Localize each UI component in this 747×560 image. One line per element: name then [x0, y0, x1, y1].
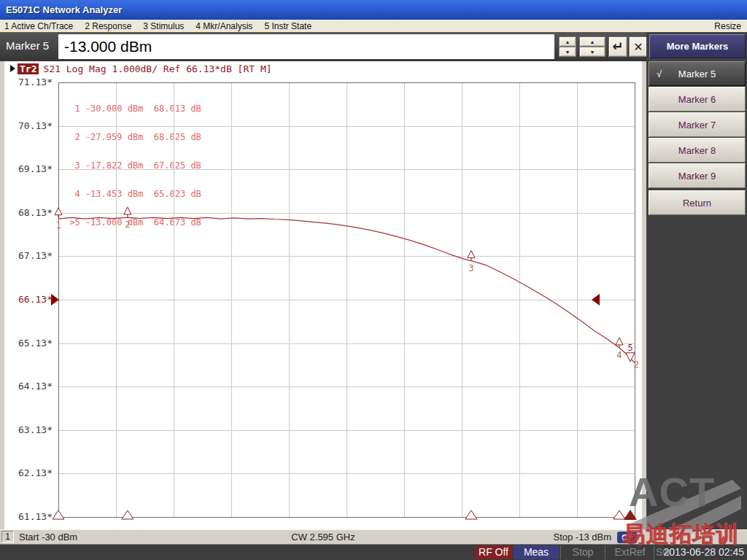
plot-background: Tr2 S21 Log Mag 1.000dB/ Ref 66.13*dB [R…	[4, 61, 642, 529]
window-title: E5071C Network Analyzer	[6, 4, 122, 15]
softkey-menu: More Markers √ Marker 5 Marker 6 Marker …	[646, 32, 747, 529]
menu-mkr-analysis[interactable]: 4 Mkr/Analysis	[196, 21, 252, 31]
trace-plot-canvas	[44, 73, 649, 529]
stop-power-label: Stop -13 dBm	[511, 532, 611, 542]
fine-step-down-button[interactable]: ▼	[559, 47, 576, 57]
entry-field-label: Marker 5	[6, 39, 49, 52]
softkey-label: Marker 5	[678, 69, 716, 79]
softkey-menu-title: More Markers	[649, 34, 746, 58]
menu-bar: 1 Active Ch/Trace 2 Response 3 Stimulus …	[0, 20, 747, 32]
menu-active-ch-trace[interactable]: 1 Active Ch/Trace	[4, 21, 73, 31]
stop-indicator: Stop	[560, 545, 605, 559]
softkey-marker-6[interactable]: Marker 6	[649, 87, 746, 112]
menu-instr-state[interactable]: 5 Instr State	[264, 21, 311, 31]
coarse-step-down-button[interactable]: ▼	[579, 47, 605, 57]
softkey-label: Marker 7	[678, 120, 716, 131]
enter-button[interactable]: ↵	[608, 36, 627, 57]
act-watermark: ACT	[629, 468, 715, 516]
enter-icon: ↵	[612, 39, 623, 55]
down-arrow-icon: ▼	[565, 50, 570, 55]
softkey-marker-7[interactable]: Marker 7	[649, 112, 746, 137]
coarse-stepper: ▲ ▼	[579, 36, 605, 57]
marker-stimulus-input[interactable]: -13.000 dBm	[58, 34, 554, 59]
softkey-label: Marker 8	[678, 145, 716, 156]
coarse-step-up-button[interactable]: ▲	[579, 36, 605, 47]
active-trace-arrow-icon	[10, 65, 15, 72]
rf-off-indicator: RF Off	[475, 545, 512, 559]
meas-indicator: Meas	[514, 545, 559, 559]
window-title-bar: E5071C Network Analyzer	[0, 0, 747, 20]
softkey-marker-8[interactable]: Marker 8	[649, 138, 746, 163]
softkey-label: Return	[683, 198, 711, 209]
close-icon: ✕	[633, 40, 643, 54]
up-arrow-icon: ▲	[590, 39, 595, 44]
analyzer-display: Tr2 S21 Log Mag 1.000dB/ Ref 66.13*dB [R…	[0, 61, 646, 529]
menu-resize[interactable]: Resize	[714, 21, 741, 31]
ref-level-marker-left-icon	[51, 294, 59, 306]
ref-level-marker-right-icon	[592, 294, 600, 306]
check-icon: √	[657, 69, 662, 79]
up-arrow-icon: ▲	[565, 39, 570, 44]
softkey-label: Marker 9	[678, 171, 716, 182]
fine-stepper: ▲ ▼	[559, 36, 576, 57]
menu-response[interactable]: 2 Response	[85, 21, 131, 31]
softkey-marker-9[interactable]: Marker 9	[649, 163, 746, 188]
close-entry-button[interactable]: ✕	[629, 36, 648, 57]
training-watermark: 易迪拓培训	[622, 519, 739, 550]
softkey-return[interactable]: Return	[649, 190, 746, 215]
softkey-marker-5[interactable]: √ Marker 5	[649, 61, 746, 86]
e5071c-screen: E5071C Network Analyzer 1 Active Ch/Trac…	[0, 0, 747, 560]
down-arrow-icon: ▼	[590, 50, 595, 55]
menu-stimulus[interactable]: 3 Stimulus	[143, 21, 184, 31]
softkey-label: Marker 6	[678, 94, 716, 105]
fine-step-up-button[interactable]: ▲	[559, 36, 576, 47]
trace-badge: Tr2	[18, 63, 39, 74]
marker-entry-bar: Marker 5 -13.000 dBm ▲ ▼ ▲ ▼ ↵ ✕	[0, 32, 646, 61]
